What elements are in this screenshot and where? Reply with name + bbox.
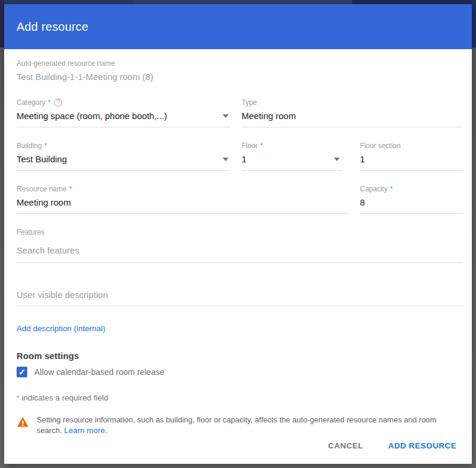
chevron-down-icon: [223, 158, 229, 161]
capacity-value: 8: [360, 197, 365, 209]
building-value: Test Building: [17, 153, 67, 165]
floor-section-label: Floor section: [360, 142, 463, 150]
dimmed-page-right: [472, 0, 476, 468]
floor-label: Floor *: [242, 142, 342, 150]
warning-triangle-icon: [17, 416, 29, 428]
required-asterisk: *: [17, 394, 20, 402]
capacity-label: Capacity *: [360, 185, 463, 193]
type-value: Meeting room: [242, 110, 296, 122]
warning-banner: Setting resource information, such as bu…: [17, 415, 463, 435]
resource-name-value: Meeting room: [17, 197, 71, 209]
required-asterisk: *: [44, 142, 47, 150]
room-release-checkbox-label: Allow calendar-based room release: [34, 367, 164, 377]
floor-section-value: 1: [360, 153, 365, 165]
features-search-input[interactable]: Search features: [17, 245, 463, 263]
features-label: Features: [17, 228, 463, 236]
building-select[interactable]: Building * Test Building: [17, 142, 231, 171]
auto-generated-name-field: Auto-generated resource name Test Buildi…: [17, 59, 463, 88]
description-placeholder: User visible description: [17, 290, 108, 300]
required-field-note: * indicates a required field: [17, 393, 463, 403]
checkbox-checked-icon[interactable]: ✓: [17, 367, 27, 377]
warning-text: Setting resource information, such as bu…: [37, 415, 457, 435]
building-label: Building *: [17, 142, 231, 150]
auto-generated-name-label: Auto-generated resource name: [17, 59, 463, 68]
floor-value: 1: [242, 153, 246, 165]
learn-more-link[interactable]: Learn more.: [64, 426, 107, 435]
resource-name-label: Resource name *: [17, 185, 348, 193]
help-icon[interactable]: ?: [54, 98, 62, 107]
dialog-body: Auto-generated resource name Test Buildi…: [4, 49, 472, 435]
resource-name-input[interactable]: Resource name * Meeting room: [17, 185, 348, 214]
category-value: Meeting space (room, phone booth,...): [17, 110, 167, 122]
user-visible-description-input[interactable]: User visible description: [17, 289, 463, 306]
room-settings-heading: Room settings: [17, 351, 463, 361]
dimmed-page-bottom: [0, 464, 476, 468]
dimmed-page-left: [0, 0, 4, 468]
category-label: Category * ?: [17, 98, 231, 107]
features-placeholder: Search features: [17, 245, 79, 257]
features-field: Features Search features: [17, 228, 463, 263]
capacity-input[interactable]: Capacity * 8: [360, 185, 463, 214]
dimmed-page-top: [0, 0, 476, 4]
chevron-down-icon: [223, 114, 229, 118]
required-asterisk: *: [390, 185, 393, 193]
required-asterisk: *: [69, 185, 72, 193]
chevron-down-icon: [334, 158, 340, 161]
required-asterisk: *: [48, 98, 51, 107]
type-label: Type: [242, 98, 463, 107]
category-select[interactable]: Category * ? Meeting space (room, phone …: [17, 98, 231, 127]
add-resource-button[interactable]: ADD RESOURCE: [384, 437, 460, 455]
type-input[interactable]: Type Meeting room: [242, 98, 463, 127]
add-internal-description-link[interactable]: Add description (internal): [17, 324, 105, 334]
room-release-checkbox-row[interactable]: ✓ Allow calendar-based room release: [17, 367, 463, 377]
cancel-button[interactable]: CANCEL: [324, 437, 366, 455]
dialog-footer: CANCEL ADD RESOURCE: [4, 435, 472, 464]
floor-section-input[interactable]: Floor section 1: [360, 142, 463, 171]
required-asterisk: *: [260, 142, 263, 150]
add-resource-dialog: Add resource Auto-generated resource nam…: [4, 4, 472, 464]
dialog-title: Add resource: [17, 20, 88, 34]
auto-generated-name-value: Test Building-1-1-Meeting room (8): [17, 71, 153, 83]
floor-select[interactable]: Floor * 1: [242, 142, 342, 171]
dialog-header: Add resource: [4, 4, 472, 49]
